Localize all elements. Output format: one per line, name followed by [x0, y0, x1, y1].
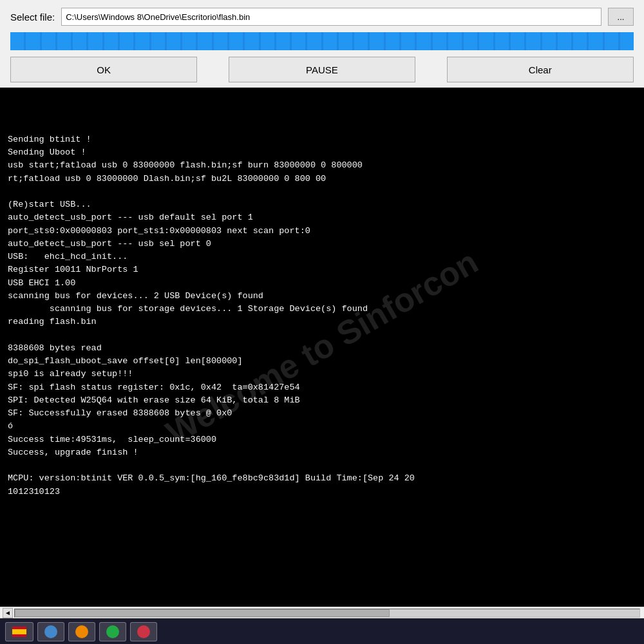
terminal-line: scanning bus for storage devices... 1 St… [8, 303, 636, 316]
progress-segment [88, 32, 102, 50]
flag-es-icon [12, 627, 26, 637]
browse-button[interactable]: ... [608, 8, 634, 26]
progress-segment [167, 32, 180, 50]
terminal-line: Register 10011 NbrPorts 1 [8, 263, 636, 276]
progress-segment [401, 32, 415, 50]
terminal-line: usb start;fatload usb 0 83000000 flash.b… [8, 159, 636, 172]
clear-button[interactable]: Clear [447, 57, 634, 82]
terminal-line: port_sts0:0x00000803 port_sts1:0x0000080… [8, 225, 636, 238]
taskbar-icon-5 [137, 625, 150, 638]
progress-segment [433, 32, 446, 50]
terminal-output: Welcome to Sinforcon Sending btinit !Sen… [0, 88, 644, 607]
terminal-lines: Sending btinit !Sending Uboot !usb start… [8, 133, 636, 498]
progress-segment [292, 32, 305, 50]
scroll-track[interactable] [14, 609, 640, 618]
progress-bar [10, 32, 634, 50]
progress-segment [73, 32, 86, 50]
progress-segment [573, 32, 587, 50]
progress-segment [339, 32, 352, 50]
progress-segment [245, 32, 258, 50]
pause-button[interactable]: PAUSE [229, 57, 415, 82]
progress-segment [542, 32, 556, 50]
progress-segment [42, 32, 55, 50]
terminal-line: rt;fatload usb 0 83000000 Dlash.bin;sf b… [8, 173, 636, 185]
horizontal-scrollbar[interactable]: ◄ [0, 607, 644, 618]
taskbar-item-1[interactable] [5, 622, 33, 641]
terminal-line: Success, upgrade finish ! [8, 446, 636, 459]
progress-segment [151, 32, 165, 50]
terminal-line: 8388608 bytes read [8, 342, 636, 355]
progress-segment [198, 32, 211, 50]
terminal-line: (Re)start USB... [8, 198, 636, 211]
progress-segment [370, 32, 383, 50]
top-bar: Select file: ... [0, 0, 644, 26]
taskbar-item-3[interactable] [68, 622, 95, 641]
terminal-line: MCPU: version:btinit VER 0.0.5_sym:[hg_1… [8, 472, 636, 485]
progress-segment [417, 32, 430, 50]
progress-segment [276, 32, 290, 50]
progress-segment [323, 32, 337, 50]
progress-bar-container [0, 26, 644, 54]
terminal-line [8, 185, 636, 198]
terminal-line: Sending btinit ! [8, 133, 636, 146]
progress-segment [57, 32, 71, 50]
scroll-thumb[interactable] [15, 609, 390, 617]
progress-segment [261, 32, 274, 50]
progress-segment [605, 32, 618, 50]
progress-segment [464, 32, 477, 50]
progress-segment [229, 32, 243, 50]
progress-segment [182, 32, 196, 50]
progress-segment [10, 32, 24, 50]
taskbar-item-4[interactable] [99, 622, 126, 641]
terminal-line: auto_detect_usb_port --- usb sel port 0 [8, 238, 636, 251]
progress-segment [526, 32, 540, 50]
terminal-line [8, 459, 636, 472]
progress-segment [26, 32, 39, 50]
terminal-line: Sending Uboot ! [8, 146, 636, 159]
terminal-line: spi0 is already setup!!! [8, 368, 636, 381]
terminal-line: SF: spi flash status register: 0x1c, 0x4… [8, 381, 636, 394]
progress-segment [511, 32, 524, 50]
progress-segment [104, 32, 118, 50]
progress-segment [495, 32, 509, 50]
progress-segment [479, 32, 493, 50]
terminal-line: USB EHCI 1.00 [8, 277, 636, 290]
terminal-line: USB: ehci_hcd_init... [8, 251, 636, 263]
progress-segment [307, 32, 321, 50]
progress-segment [386, 32, 399, 50]
terminal-line: 1012310123 [8, 486, 636, 498]
terminal-line: SF: Successfully erased 8388608 bytes @ … [8, 407, 636, 420]
app-window: Select file: ... OK PAUSE Clear Welcome … [0, 0, 644, 644]
terminal-line: scanning bus for devices... 2 USB Device… [8, 290, 636, 303]
taskbar-icon-4 [106, 625, 119, 638]
terminal-line: Success time:49531ms, sleep_count=36000 [8, 433, 636, 446]
progress-segment [135, 32, 149, 50]
left-arrow-icon: ◄ [5, 609, 11, 616]
terminal-line: SPI: Detected W25Q64 with erase size 64 … [8, 394, 636, 407]
progress-segment [120, 32, 133, 50]
progress-segment [589, 32, 602, 50]
file-path-input[interactable] [61, 8, 601, 26]
select-file-label: Select file: [10, 12, 55, 23]
progress-segment [558, 32, 571, 50]
terminal-line: do_spi_flash_uboot_save offset[0] len[80… [8, 355, 636, 368]
terminal-line: reading flash.bin [8, 316, 636, 328]
progress-segment [214, 32, 227, 50]
buttons-row: OK PAUSE Clear [0, 54, 644, 88]
progress-segment [448, 32, 462, 50]
progress-segment [620, 32, 634, 50]
terminal-line [8, 329, 636, 342]
taskbar-icon-2 [44, 625, 57, 638]
progress-segment [354, 32, 368, 50]
terminal-line: auto_detect_usb_port --- usb default sel… [8, 211, 636, 224]
taskbar-icon-3 [75, 625, 88, 638]
taskbar [0, 618, 644, 644]
scroll-left-button[interactable]: ◄ [3, 608, 13, 618]
terminal-line: ó [8, 420, 636, 433]
taskbar-item-5[interactable] [130, 622, 157, 641]
ok-button[interactable]: OK [10, 57, 197, 82]
taskbar-item-2[interactable] [37, 622, 64, 641]
